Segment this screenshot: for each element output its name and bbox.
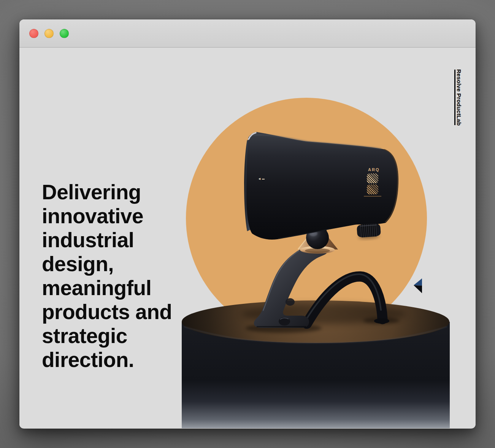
device-logo-underline xyxy=(364,196,381,197)
brand-logo[interactable]: Resolve ProductLab xyxy=(456,69,462,126)
minimize-button[interactable] xyxy=(44,29,54,38)
window-titlebar[interactable] xyxy=(19,19,476,48)
brand-underline xyxy=(454,70,455,125)
close-button[interactable] xyxy=(29,29,38,38)
headline-line: innovative xyxy=(42,204,172,228)
headline-line: design, xyxy=(42,252,172,276)
fullscreen-button[interactable] xyxy=(60,29,69,38)
headline-line: industrial xyxy=(42,228,172,252)
headline-line: meaningful xyxy=(42,276,172,300)
device-brand-label: ARQ xyxy=(368,167,379,172)
play-triangle-icon xyxy=(414,278,422,293)
browser-window: ARQ ◄ Delivering innovative industrial d… xyxy=(19,19,476,429)
lens-open-marker-icon: ◄ xyxy=(258,177,265,181)
headline-line: products and xyxy=(42,300,172,324)
device-logo-mark-icon xyxy=(367,173,378,195)
headline-line: Delivering xyxy=(42,180,172,204)
headline-line: direction. xyxy=(42,348,172,372)
page-content: ARQ ◄ Delivering innovative industrial d… xyxy=(19,48,476,428)
hero-headline: Delivering innovative industrial design,… xyxy=(42,180,172,372)
headline-line: strategic xyxy=(42,324,172,348)
focus-knob xyxy=(357,223,381,240)
